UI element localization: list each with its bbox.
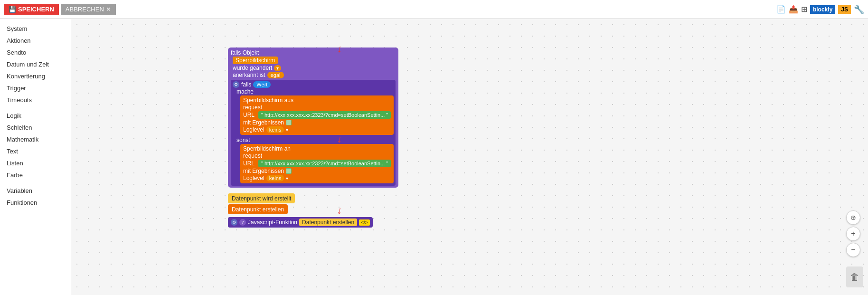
datenpunkt-wird-erstellt-block: Datenpunkt wird erstellt	[228, 193, 295, 203]
sidebar-item-text[interactable]: Text	[0, 145, 71, 157]
sperrbildschirm-aus-block: Sperrbildschirm aus request URL " http:/…	[240, 95, 394, 135]
url-label-1: URL	[243, 112, 255, 118]
anerkannt-label: anerkannt ist	[233, 72, 265, 78]
cancel-label: ABBRECHEN	[66, 6, 104, 13]
loglevel-label-1: Loglevel	[243, 126, 264, 133]
falls-objekt-row: falls Objekt	[231, 49, 396, 56]
javascript-funktion-block: ⚙ ? Javascript-Funktion Datenpunkt erste…	[228, 217, 373, 228]
gear-icon[interactable]: ⚙	[233, 81, 239, 88]
wurde-geandert-label: wurde geändert	[233, 65, 272, 71]
egal-dropdown[interactable]: egal	[267, 72, 284, 78]
wurde-geandert-row: wurde geändert ▾	[233, 65, 396, 71]
mit-ergebnissen-checkbox-2[interactable]	[286, 168, 292, 174]
code-button[interactable]: </>	[359, 219, 369, 226]
cancel-icon: ✕	[106, 6, 111, 13]
mit-ergebnissen-row-1: mit Ergebnissen	[243, 119, 391, 126]
block-area: falls Objekt Sperrbildschirm wurde geänd…	[228, 48, 398, 228]
sidebar-item-timeouts[interactable]: Timeouts	[0, 94, 71, 106]
sonst-row: sonst	[236, 137, 394, 143]
sperrbildschirm-an-label: Sperrbildschirm an	[243, 145, 291, 152]
mache-row: mache	[236, 88, 394, 95]
trash-area[interactable]: 🗑	[846, 266, 863, 287]
sperrbildschirm-aus-label: Sperrbildschirm aus	[243, 97, 293, 104]
sidebar: System Aktionen Sendto Datum und Zeit Ko…	[0, 19, 71, 295]
sidebar-item-mathematik[interactable]: Mathematik	[0, 133, 71, 145]
sperrbildschirm-aus-row: Sperrbildschirm aus	[243, 97, 391, 104]
sidebar-item-trigger[interactable]: Trigger	[0, 82, 71, 94]
url-value-2: " http://xxx.xxx.xxx.xx:2323/?cmd=setBoo…	[258, 160, 391, 167]
bottom-blocks: Datenpunkt wird erstellt Datenpunkt erst…	[228, 193, 398, 228]
target-button[interactable]: ⊕	[846, 210, 860, 225]
new-file-button[interactable]: 📄	[776, 5, 786, 14]
url-label-2: URL	[243, 160, 255, 167]
loglevel-row-2: Loglevel keins ▾	[243, 175, 391, 181]
datenpunkt-erstellen-block: Datenpunkt erstellen	[228, 204, 288, 214]
keins-dropdown-1[interactable]: keins	[266, 126, 284, 133]
cancel-button[interactable]: ABBRECHEN ✕	[61, 4, 116, 15]
mit-ergebnissen-checkbox-1[interactable]	[286, 120, 292, 125]
request-row-1: request	[243, 104, 391, 111]
zoom-out-button[interactable]: −	[846, 243, 860, 257]
save-icon: 💾	[9, 6, 16, 13]
sidebar-item-variablen[interactable]: Variablen	[0, 185, 71, 197]
mit-ergebnissen-label-1: mit Ergebnissen	[243, 119, 284, 126]
zoom-in-button[interactable]: +	[846, 227, 860, 241]
upload-button[interactable]: 📤	[789, 5, 798, 14]
sidebar-item-farbe[interactable]: Farbe	[0, 169, 71, 181]
sidebar-item-schleifen[interactable]: Schleifen	[0, 122, 71, 133]
datenpunkt-wird-erstellt-label: Datenpunkt wird erstellt	[232, 195, 291, 202]
sidebar-item-aktionen[interactable]: Aktionen	[0, 35, 71, 47]
datenpunkt-erstellen-yellow: Datenpunkt erstellen	[299, 219, 357, 226]
wrench-icon[interactable]: 🔧	[854, 4, 864, 15]
grid-button[interactable]: ⊞	[801, 5, 807, 14]
wert-dropdown[interactable]: Wert	[253, 81, 271, 88]
zoom-controls: ⊕ + −	[846, 210, 860, 257]
falls-objekt-label: falls Objekt	[231, 49, 259, 56]
sperrbildschirm-an-block: Sperrbildschirm an request URL " http://…	[240, 144, 394, 183]
loglevel-row-1: Loglevel keins ▾	[243, 126, 391, 133]
save-button[interactable]: 💾 SPEICHERN	[4, 4, 59, 15]
url-text-2: http://xxx.xxx.xxx.xx:2323/?cmd=setBoole…	[264, 161, 385, 166]
blockly-badge: blockly	[810, 5, 835, 14]
sidebar-item-konvertierung[interactable]: Konvertierung	[0, 70, 71, 82]
toolbar: 💾 SPEICHERN ABBRECHEN ✕ 📄 📤 ⊞ blockly JS…	[0, 0, 868, 19]
datenpunkt-erstellen-label: Datenpunkt erstellen	[232, 206, 284, 213]
url-text-1: http://xxx.xxx.xxx.xx:2323/?cmd=setBoole…	[264, 112, 385, 118]
js-badge: JS	[838, 5, 851, 14]
request-label-2: request	[243, 152, 262, 159]
url-row-2: URL " http://xxx.xxx.xxx.xx:2323/?cmd=se…	[243, 160, 391, 167]
inner-if-block: ⚙ falls Wert mache Sperrbildschirm aus	[231, 80, 396, 186]
sidebar-item-sendto[interactable]: Sendto	[0, 47, 71, 58]
mit-ergebnissen-row-2: mit Ergebnissen	[243, 168, 391, 174]
javascript-funktion-label: Javascript-Funktion	[248, 219, 297, 226]
if-falls-row: ⚙ falls Wert	[233, 81, 394, 88]
url-value-1: " http://xxx.xxx.xxx.xx:2323/?cmd=setBoo…	[258, 111, 391, 119]
sidebar-item-logik[interactable]: Logik	[0, 110, 71, 122]
sperrbildschirm-an-row: Sperrbildschirm an	[243, 145, 391, 152]
sidebar-item-listen[interactable]: Listen	[0, 157, 71, 169]
sperrbildschirm-row: Sperrbildschirm	[233, 57, 396, 64]
q-icon[interactable]: ?	[239, 219, 246, 226]
keins-dropdown-2[interactable]: keins	[266, 175, 284, 181]
request-label-1: request	[243, 104, 262, 111]
main-condition-block: falls Objekt Sperrbildschirm wurde geänd…	[228, 48, 398, 188]
request-row-2: request	[243, 152, 391, 159]
sperrbildschirm-block[interactable]: Sperrbildschirm	[233, 57, 278, 64]
loglevel-label-2: Loglevel	[243, 175, 264, 181]
main-layout: System Aktionen Sendto Datum und Zeit Ko…	[0, 19, 868, 295]
mache-label: mache	[236, 88, 254, 95]
url-row-1: URL " http://xxx.xxx.xxx.xx:2323/?cmd=se…	[243, 111, 391, 119]
sidebar-item-system[interactable]: System	[0, 23, 71, 35]
sidebar-item-funktionen[interactable]: Funktionen	[0, 197, 71, 209]
gear-icon-2[interactable]: ⚙	[231, 219, 237, 226]
sonst-label: sonst	[236, 137, 250, 143]
sidebar-item-datum[interactable]: Datum und Zeit	[0, 58, 71, 70]
wurde-geandert-dropdown[interactable]: ▾	[274, 65, 281, 71]
anerkannt-row: anerkannt ist egal	[233, 72, 396, 78]
save-label: SPEICHERN	[18, 6, 54, 13]
falls-label: falls	[241, 81, 251, 88]
mit-ergebnissen-label-2: mit Ergebnissen	[243, 168, 284, 174]
toolbar-right: 📄 📤 ⊞ blockly JS 🔧	[776, 4, 864, 15]
canvas[interactable]: falls Objekt Sperrbildschirm wurde geänd…	[71, 19, 868, 295]
